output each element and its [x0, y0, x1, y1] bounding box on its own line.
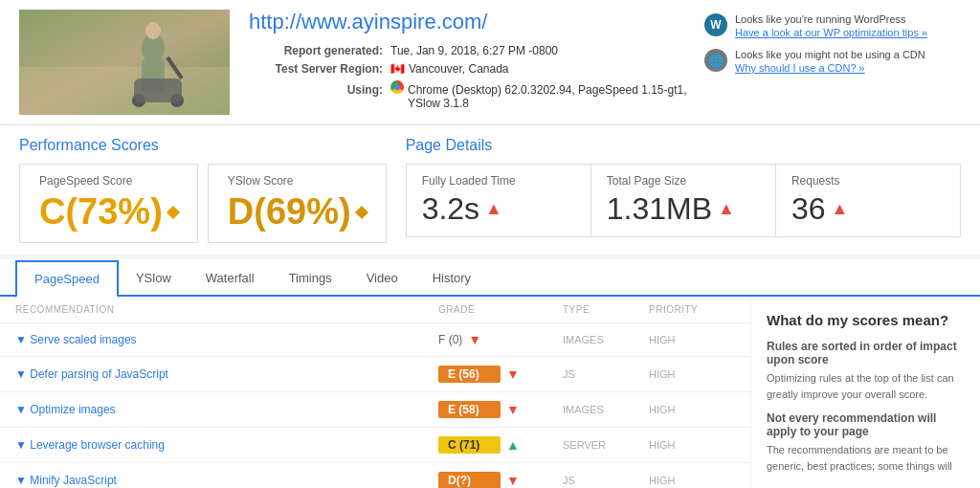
pagespeed-label: PageSpeed Score	[39, 174, 178, 188]
score-explanation-sidebar: What do my scores mean? Rules are sorted…	[750, 297, 980, 488]
requests-value: 36	[791, 191, 826, 227]
performance-scores: Performance Scores PageSpeed Score C(73%…	[19, 137, 387, 243]
total-size-label: Total Page Size	[607, 174, 760, 188]
pagespeed-value: C(73%)	[39, 191, 178, 233]
header-type: TYPE	[563, 304, 649, 315]
table-header: RECOMMENDATION GRADE TYPE PRIORITY	[0, 297, 750, 323]
server-flag: 🇨🇦	[390, 62, 405, 76]
svg-rect-7	[134, 78, 182, 102]
content-area: RECOMMENDATION GRADE TYPE PRIORITY ▼ Ser…	[0, 297, 980, 488]
wp-icon: W	[704, 13, 727, 36]
yslow-label: YSlow Score	[228, 174, 367, 188]
cdn-notice-text: Looks like you might not be using a CDN	[735, 49, 925, 60]
recommendations-table: RECOMMENDATION GRADE TYPE PRIORITY ▼ Ser…	[0, 297, 750, 488]
site-thumbnail	[19, 10, 230, 115]
site-url[interactable]: http://www.ayinspire.com/	[249, 10, 693, 34]
table-row: ▼ Defer parsing of JavaScript E (56) ▼ J…	[0, 357, 750, 392]
total-size-card: Total Page Size 1.31MB ▲	[591, 165, 776, 236]
fully-loaded-arrow: ▲	[485, 199, 502, 219]
tab-pagespeed[interactable]: PageSpeed	[15, 260, 119, 298]
grade-bar-d: D(?)	[438, 472, 501, 488]
fully-loaded-card: Fully Loaded Time 3.2s ▲	[407, 165, 591, 236]
grade-bar-e1: E (56)	[438, 366, 501, 383]
priority-value: HIGH	[649, 368, 735, 380]
pagespeed-diamond	[167, 205, 180, 218]
svg-point-3	[145, 22, 161, 39]
tab-waterfall[interactable]: Waterfall	[189, 259, 272, 297]
total-size-arrow: ▲	[718, 199, 735, 219]
report-label: Report generated:	[249, 44, 383, 57]
sidebar-section1-title: Rules are sorted in order of impact upon…	[767, 340, 965, 366]
type-value: IMAGES	[563, 404, 649, 415]
site-info: http://www.ayinspire.com/ Report generat…	[230, 10, 693, 114]
wp-notice-link[interactable]: Have a look at our WP optimization tips …	[735, 27, 927, 38]
sidebar-section2-text: The recommendations are meant to be gene…	[767, 442, 965, 474]
grade-value: F (0)	[438, 333, 462, 346]
grade-arrow-up: ▲	[506, 437, 520, 453]
cdn-notice-link[interactable]: Why should I use a CDN? »	[735, 62, 865, 74]
grade-bar-e2: E (58)	[438, 401, 501, 418]
wp-notice-text: Looks like you're running WordPress	[735, 13, 927, 25]
cdn-notice: 🌐 Looks like you might not be using a CD…	[704, 49, 949, 75]
wordpress-notice: W Looks like you're running WordPress Ha…	[704, 13, 949, 39]
priority-value: HIGH	[649, 439, 735, 451]
priority-value: HIGH	[649, 404, 735, 415]
sidebar-section2-title: Not every recommendation will apply to y…	[767, 411, 965, 438]
sidebar-section1-text: Optimizing rules at the top of the list …	[767, 370, 965, 402]
server-value: Vancouver, Canada	[409, 62, 509, 76]
page-details: Page Details Fully Loaded Time 3.2s ▲ To…	[406, 137, 961, 243]
rec-label[interactable]: ▼ Optimize images	[15, 403, 438, 416]
grade-arrow: ▼	[468, 332, 481, 347]
grade-bar-c: C (71)	[438, 436, 501, 454]
priority-value: HIGH	[649, 475, 735, 486]
type-value: IMAGES	[563, 334, 649, 345]
chrome-icon	[390, 80, 404, 94]
tab-video[interactable]: Video	[349, 259, 415, 297]
rec-label[interactable]: ▼ Defer parsing of JavaScript	[15, 367, 438, 381]
type-value: JS	[563, 368, 649, 380]
table-row: ▼ Leverage browser caching C (71) ▲ SERV…	[0, 428, 750, 463]
tab-history[interactable]: History	[415, 259, 488, 297]
notices-panel: W Looks like you're running WordPress Ha…	[693, 10, 961, 78]
table-row: ▼ Minify JavaScript D(?) ▼ JS HIGH	[0, 463, 750, 488]
requests-label: Requests	[791, 174, 945, 188]
tab-yslow[interactable]: YSlow	[119, 259, 189, 297]
grade-arrow: ▼	[506, 402, 520, 417]
page-details-title: Page Details	[406, 137, 961, 154]
yslow-value: D(69%)	[228, 191, 367, 233]
priority-value: HIGH	[649, 334, 735, 345]
server-label: Test Server Region:	[249, 62, 383, 76]
using-value: Chrome (Desktop) 62.0.3202.94, PageSpeed…	[408, 83, 693, 110]
cdn-icon: 🌐	[704, 49, 727, 72]
performance-title: Performance Scores	[19, 137, 387, 154]
type-value: JS	[563, 475, 649, 486]
pagespeed-card: PageSpeed Score C(73%)	[19, 164, 198, 243]
requests-arrow: ▲	[831, 199, 848, 219]
using-label: Using:	[249, 83, 383, 97]
total-size-value: 1.31MB	[607, 191, 712, 227]
header-recommendation: RECOMMENDATION	[15, 304, 438, 315]
fully-loaded-value: 3.2s	[422, 191, 479, 227]
fully-loaded-label: Fully Loaded Time	[422, 174, 575, 188]
requests-card: Requests 36 ▲	[776, 165, 960, 236]
rec-label[interactable]: ▼ Leverage browser caching	[15, 438, 438, 452]
svg-rect-1	[19, 67, 230, 115]
type-value: SERVER	[563, 439, 649, 451]
grade-arrow: ▼	[506, 473, 520, 488]
header-grade: GRADE	[438, 304, 563, 315]
yslow-diamond	[355, 205, 368, 218]
table-row: ▼ Optimize images E (58) ▼ IMAGES HIGH	[0, 392, 750, 428]
sidebar-title: What do my scores mean?	[767, 312, 965, 328]
tab-timings[interactable]: Timings	[272, 259, 349, 297]
yslow-card: YSlow Score D(69%)	[208, 164, 387, 243]
report-value: Tue, Jan 9, 2018, 6:27 PM -0800	[390, 44, 558, 57]
grade-arrow: ▼	[506, 366, 520, 382]
tabs-bar: PageSpeed YSlow Waterfall Timings Video …	[0, 259, 980, 297]
table-row: ▼ Serve scaled images F (0) ▼ IMAGES HIG…	[0, 323, 750, 357]
rec-label[interactable]: ▼ Minify JavaScript	[15, 474, 438, 487]
rec-label[interactable]: ▼ Serve scaled images	[15, 333, 438, 346]
header-priority: PRIORITY	[649, 304, 735, 315]
